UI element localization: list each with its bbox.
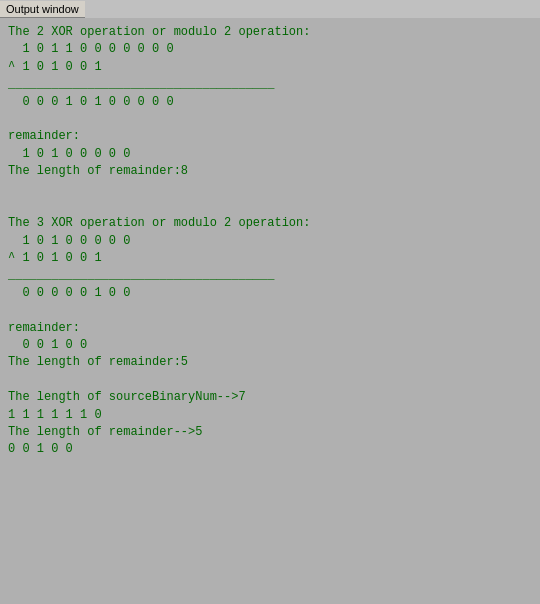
output-text: The 2 XOR operation or modulo 2 operatio… [8,24,532,459]
output-window: The 2 XOR operation or modulo 2 operatio… [0,18,540,604]
title-bar: Output window [0,0,540,18]
